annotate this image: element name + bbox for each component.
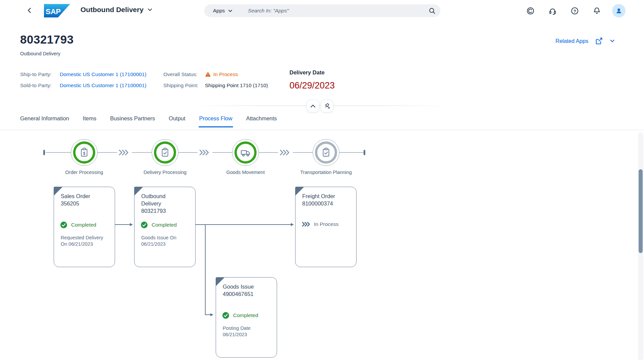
sold-to-link[interactable]: Domestic US Customer 1 (17100001) bbox=[60, 82, 146, 88]
lane-ring-completed bbox=[234, 141, 257, 164]
overall-status-row: Overall Status: In Process bbox=[163, 69, 268, 80]
card-status-text: Completed bbox=[71, 222, 96, 228]
related-apps-area: Related Apps bbox=[555, 37, 615, 45]
shell-bar: SAP Outbound Delivery Apps Search In: "A… bbox=[0, 0, 644, 21]
card-status-text: Completed bbox=[233, 312, 258, 318]
app-title-menu[interactable]: Outbound Delivery bbox=[80, 6, 152, 14]
card-document-id: 356205 bbox=[61, 200, 79, 206]
success-check-icon bbox=[222, 312, 229, 319]
related-apps-link[interactable]: Related Apps bbox=[555, 38, 588, 44]
card-attribute: Posting Date 06/21/2023 bbox=[223, 325, 270, 338]
status-facets: Overall Status: In Process Shipping Poin… bbox=[163, 69, 268, 91]
lane-node-delivery-processing[interactable] bbox=[152, 139, 178, 166]
question-icon: ? bbox=[571, 7, 579, 15]
delivery-checklist-icon bbox=[160, 147, 170, 158]
unpin-header-button[interactable] bbox=[321, 100, 333, 112]
overall-status-text: In Process bbox=[213, 71, 238, 77]
card-status-row: Completed bbox=[60, 221, 96, 229]
card-document-id: 80321793 bbox=[141, 208, 166, 214]
delivery-date-block: Delivery Date 06/29/2023 bbox=[289, 69, 335, 91]
card-status-row: Completed bbox=[222, 312, 258, 319]
back-button[interactable] bbox=[25, 6, 34, 15]
success-check-icon bbox=[141, 221, 148, 229]
delivery-date-value: 06/29/2023 bbox=[289, 80, 335, 91]
flow-start-cap bbox=[43, 150, 45, 155]
shipping-point-value: Shipping Point 1710 (1710) bbox=[205, 82, 268, 88]
copilot-icon bbox=[526, 7, 535, 15]
avatar-person-icon bbox=[615, 7, 623, 14]
card-goods-issue[interactable]: Goods Issue4900467651 Completed Posting … bbox=[216, 277, 277, 358]
search-input[interactable]: Search In: "Apps" bbox=[248, 8, 428, 14]
lane-ring-planned bbox=[315, 141, 337, 164]
help-button[interactable]: ? bbox=[568, 4, 581, 17]
shell-search[interactable]: Apps Search In: "Apps" bbox=[204, 4, 440, 17]
lane-ring-completed: $ bbox=[73, 141, 95, 164]
card-title: Outbound Delivery80321793 bbox=[141, 192, 177, 215]
share-icon[interactable] bbox=[595, 37, 603, 45]
ship-to-link[interactable]: Domestic US Customer 1 (17100001) bbox=[60, 71, 146, 77]
search-scope-label: Apps bbox=[213, 8, 225, 14]
pin-x-icon bbox=[324, 103, 330, 109]
card-status-text: Completed bbox=[152, 222, 177, 228]
card-attribute: Requested Delivery On 06/21/2023 bbox=[61, 235, 108, 247]
delivery-date-label: Delivery Date bbox=[289, 69, 335, 76]
tab-output[interactable]: Output bbox=[169, 115, 185, 127]
lane-node-goods-movement[interactable] bbox=[232, 139, 259, 166]
tabbar-divider bbox=[0, 130, 644, 130]
party-facets: Ship-to Party: Domestic US Customer 1 (1… bbox=[20, 69, 146, 91]
tab-general-information[interactable]: General Information bbox=[20, 115, 69, 127]
search-scope-selector[interactable]: Apps bbox=[204, 8, 239, 14]
lane-label-goods-movement: Goods Movement bbox=[205, 170, 286, 175]
lane-ring-completed bbox=[154, 141, 176, 164]
sold-to-label: Sold-to Party: bbox=[20, 82, 56, 88]
planning-checklist-icon bbox=[321, 147, 331, 158]
card-title: Sales Order356205 bbox=[61, 192, 97, 207]
lane-label-delivery-processing: Delivery Processing bbox=[125, 170, 205, 175]
card-title: Freight Order8100000374 bbox=[302, 192, 338, 207]
chevron-down-icon[interactable] bbox=[610, 39, 615, 43]
tab-process-flow[interactable]: Process Flow bbox=[199, 115, 232, 127]
shell-action-icons: ? bbox=[524, 4, 626, 17]
chevron-down-icon bbox=[148, 8, 152, 11]
card-outbound-delivery[interactable]: Outbound Delivery80321793 Completed Good… bbox=[134, 187, 196, 267]
notifications-button[interactable] bbox=[590, 4, 603, 17]
tab-items[interactable]: Items bbox=[83, 115, 96, 127]
support-button[interactable] bbox=[546, 4, 559, 17]
warning-icon bbox=[205, 71, 211, 77]
card-sales-order[interactable]: Sales Order356205 Completed Requested De… bbox=[54, 187, 115, 267]
sap-logo: SAP bbox=[44, 4, 70, 17]
lane-node-transportation-planning[interactable] bbox=[313, 139, 339, 166]
lane-label-order-processing: Order Processing bbox=[44, 170, 124, 175]
app-title: Outbound Delivery bbox=[80, 6, 144, 14]
copilot-button[interactable] bbox=[524, 4, 537, 17]
sold-to-row: Sold-to Party: Domestic US Customer 1 (1… bbox=[20, 80, 146, 91]
headset-icon bbox=[548, 7, 557, 15]
lane-node-order-processing[interactable]: $ bbox=[71, 139, 98, 166]
bell-icon bbox=[593, 7, 601, 15]
card-title: Goods Issue4900467651 bbox=[223, 283, 259, 298]
header-divider bbox=[188, 106, 453, 106]
profile-button[interactable] bbox=[612, 4, 626, 17]
flow-end-cap bbox=[364, 150, 365, 155]
card-freight-order[interactable]: Freight Order8100000374 In Process bbox=[295, 187, 357, 267]
chevron-up-icon bbox=[310, 104, 316, 108]
collapse-header-button[interactable] bbox=[307, 100, 319, 112]
back-chevron-icon bbox=[26, 7, 33, 14]
ship-to-row: Ship-to Party: Domestic US Customer 1 (1… bbox=[20, 69, 146, 80]
sales-order-icon: $ bbox=[79, 147, 90, 158]
card-attribute: Goods Issue On 06/21/2023 bbox=[141, 235, 188, 247]
section-tabs: General Information Items Business Partn… bbox=[20, 115, 277, 127]
search-icon[interactable] bbox=[428, 7, 436, 14]
tab-business-partners[interactable]: Business Partners bbox=[110, 115, 155, 127]
svg-text:SAP: SAP bbox=[46, 7, 61, 16]
card-status-text: In Process bbox=[314, 221, 338, 227]
tab-attachments[interactable]: Attachments bbox=[246, 115, 277, 127]
page-title: 80321793 bbox=[20, 33, 74, 46]
svg-text:?: ? bbox=[573, 8, 576, 13]
ship-to-label: Ship-to Party: bbox=[20, 71, 56, 77]
lane-label-transportation-planning: Transportation Planning bbox=[286, 170, 366, 175]
shipping-point-label: Shipping Point: bbox=[163, 82, 201, 88]
card-status-row: In Process bbox=[302, 221, 338, 227]
card-document-id: 8100000374 bbox=[302, 200, 333, 206]
card-document-id: 4900467651 bbox=[223, 291, 254, 297]
